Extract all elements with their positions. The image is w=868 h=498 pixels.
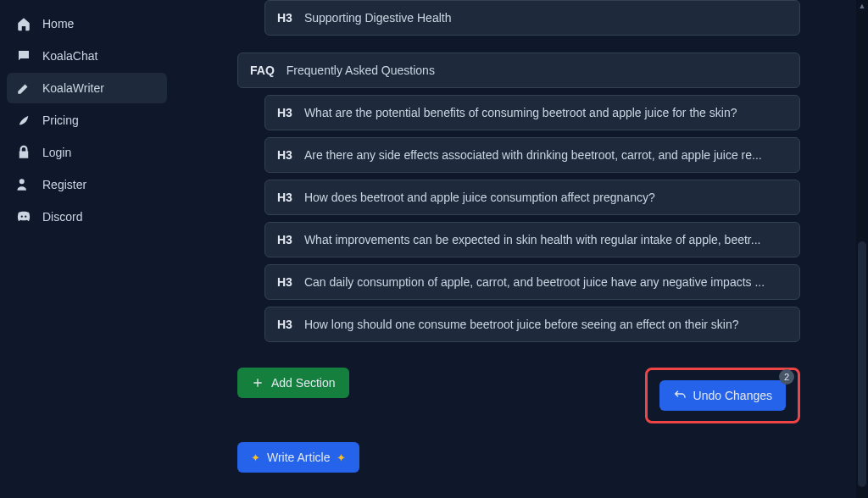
sidebar-item-login[interactable]: Login bbox=[7, 137, 167, 168]
outline-text: How does beetroot and apple juice consum… bbox=[304, 191, 655, 204]
outline-tag: FAQ bbox=[250, 64, 275, 77]
outline-text: How long should one consume beetroot jui… bbox=[304, 318, 739, 331]
sidebar-item-label: Home bbox=[42, 17, 74, 30]
outline-row[interactable]: H3What improvements can be expected in s… bbox=[264, 222, 800, 257]
sparkle-icon: ✦ bbox=[251, 451, 260, 464]
sidebar-item-discord[interactable]: Discord bbox=[7, 202, 167, 232]
write-article-button[interactable]: ✦ Write Article ✦ bbox=[237, 442, 359, 473]
sidebar-item-label: Register bbox=[42, 178, 86, 191]
lock-icon bbox=[15, 144, 32, 161]
outline-tag: H3 bbox=[277, 191, 292, 204]
sidebar-item-koalawriter[interactable]: KoalaWriter bbox=[7, 73, 167, 103]
outline-text: What improvements can be expected in ski… bbox=[304, 233, 761, 246]
plus-icon bbox=[251, 376, 264, 390]
chat-icon bbox=[15, 47, 32, 64]
button-label: Write Article bbox=[267, 451, 330, 464]
outline-row[interactable]: H3How long should one consume beetroot j… bbox=[264, 307, 800, 342]
outline-row[interactable]: H3How does beetroot and apple juice cons… bbox=[264, 180, 800, 215]
sidebar-item-koalachat[interactable]: KoalaChat bbox=[7, 41, 167, 71]
home-icon bbox=[15, 15, 32, 32]
outline-text: Frequently Asked Questions bbox=[287, 64, 435, 77]
add-section-button[interactable]: Add Section bbox=[237, 368, 349, 398]
undo-count-badge: 2 bbox=[779, 369, 794, 385]
outline-tag: H3 bbox=[277, 318, 292, 331]
writer-icon bbox=[15, 80, 32, 97]
undo-changes-button[interactable]: Undo Changes bbox=[659, 380, 786, 411]
outline-row[interactable]: H3Supporting Digestive Health bbox=[264, 0, 800, 36]
main-content: H3Supporting Digestive HealthFAQFrequent… bbox=[174, 0, 868, 498]
scrollbar-thumb[interactable] bbox=[858, 241, 866, 487]
sparkle-icon: ✦ bbox=[337, 451, 346, 464]
sidebar-item-home[interactable]: Home bbox=[7, 8, 167, 39]
rocket-icon bbox=[15, 112, 32, 129]
sidebar-item-label: Login bbox=[42, 146, 71, 159]
outline-tag: H3 bbox=[277, 11, 292, 25]
button-label: Add Section bbox=[271, 376, 336, 390]
outline-tag: H3 bbox=[277, 106, 292, 119]
outline-text: Supporting Digestive Health bbox=[304, 11, 452, 25]
outline-row[interactable]: H3What are the potential benefits of con… bbox=[264, 95, 800, 130]
undo-icon bbox=[673, 389, 687, 402]
user-plus-icon bbox=[15, 176, 32, 193]
button-label: Undo Changes bbox=[693, 389, 772, 402]
outline-text: Are there any side effects associated wi… bbox=[304, 148, 762, 162]
scroll-up-icon[interactable]: ▲ bbox=[858, 2, 866, 10]
sidebar-item-label: Discord bbox=[42, 210, 82, 224]
outline-row[interactable]: FAQFrequently Asked Questions bbox=[237, 53, 800, 88]
sidebar-item-register[interactable]: Register bbox=[7, 169, 167, 200]
discord-icon bbox=[15, 208, 32, 225]
sidebar-item-label: KoalaWriter bbox=[42, 81, 104, 95]
sidebar: Home KoalaChat KoalaWriter Pricing Login… bbox=[0, 0, 174, 498]
outline-tag: H3 bbox=[277, 148, 292, 162]
sidebar-item-pricing[interactable]: Pricing bbox=[7, 105, 167, 136]
outline-row[interactable]: H3Can daily consumption of apple, carrot… bbox=[264, 264, 800, 300]
outline-text: What are the potential benefits of consu… bbox=[304, 106, 737, 119]
sidebar-item-label: Pricing bbox=[42, 113, 79, 127]
outline-row[interactable]: H3Are there any side effects associated … bbox=[264, 137, 800, 173]
outline-tag: H3 bbox=[277, 233, 292, 246]
sidebar-item-label: KoalaChat bbox=[42, 49, 97, 63]
outline-text: Can daily consumption of apple, carrot, … bbox=[304, 275, 765, 289]
scrollbar[interactable]: ▲ bbox=[856, 0, 868, 498]
outline-tag: H3 bbox=[277, 275, 292, 289]
undo-highlight: Undo Changes 2 bbox=[645, 368, 800, 423]
